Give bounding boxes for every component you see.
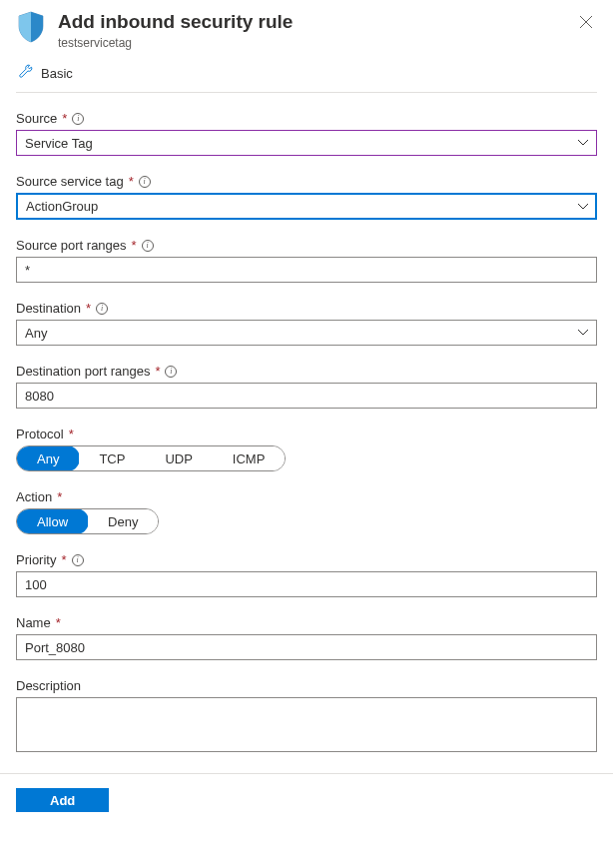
priority-input[interactable]: [16, 571, 597, 597]
close-icon: [579, 15, 593, 29]
source-label: Source: [16, 111, 57, 126]
page-title: Add inbound security rule: [58, 10, 563, 34]
basic-link-label: Basic: [41, 66, 73, 81]
protocol-option-icmp[interactable]: ICMP: [213, 446, 286, 470]
page-subtitle: testservicetag: [58, 36, 563, 50]
protocol-option-tcp[interactable]: TCP: [79, 446, 145, 470]
info-icon[interactable]: i: [96, 303, 108, 315]
name-label: Name: [16, 615, 51, 630]
required-indicator: *: [62, 111, 67, 126]
required-indicator: *: [56, 615, 61, 630]
required-indicator: *: [132, 238, 137, 253]
add-button[interactable]: Add: [16, 788, 109, 812]
destination-label: Destination: [16, 301, 81, 316]
info-icon[interactable]: i: [72, 113, 84, 125]
priority-label: Priority: [16, 552, 56, 567]
source-port-ranges-label: Source port ranges: [16, 238, 127, 253]
description-label: Description: [16, 678, 81, 693]
wrench-icon: [18, 64, 33, 82]
destination-port-ranges-label: Destination port ranges: [16, 364, 150, 379]
action-option-allow[interactable]: Allow: [16, 508, 89, 534]
form: Source * i Service Tag Source service ta…: [16, 93, 597, 755]
source-select[interactable]: Service Tag: [16, 130, 597, 156]
required-indicator: *: [61, 552, 66, 567]
destination-select[interactable]: Any: [16, 320, 597, 346]
required-indicator: *: [86, 301, 91, 316]
name-input[interactable]: [16, 634, 597, 660]
destination-port-ranges-input[interactable]: [16, 383, 597, 409]
protocol-label: Protocol: [16, 427, 64, 441]
info-icon[interactable]: i: [72, 554, 84, 566]
source-service-tag-select[interactable]: ActionGroup: [16, 193, 597, 220]
info-icon[interactable]: i: [142, 240, 154, 252]
protocol-option-any[interactable]: Any: [16, 445, 80, 471]
shield-icon: [16, 10, 46, 44]
action-group: Allow Deny: [16, 508, 159, 534]
description-input[interactable]: [16, 697, 597, 752]
protocol-group: Any TCP UDP ICMP: [16, 445, 286, 471]
source-service-tag-label: Source service tag: [16, 174, 124, 189]
protocol-option-udp[interactable]: UDP: [145, 446, 212, 470]
footer: Add: [0, 773, 613, 826]
required-indicator: *: [57, 489, 62, 504]
required-indicator: *: [129, 174, 134, 189]
required-indicator: *: [69, 427, 74, 441]
info-icon[interactable]: i: [165, 366, 177, 378]
source-port-ranges-input[interactable]: [16, 257, 597, 283]
required-indicator: *: [155, 364, 160, 379]
action-label: Action: [16, 489, 52, 504]
info-icon[interactable]: i: [139, 176, 151, 188]
action-option-deny[interactable]: Deny: [88, 509, 158, 533]
close-button[interactable]: [575, 10, 597, 36]
basic-link[interactable]: Basic: [16, 58, 597, 93]
panel-header: Add inbound security rule testservicetag: [16, 10, 597, 58]
